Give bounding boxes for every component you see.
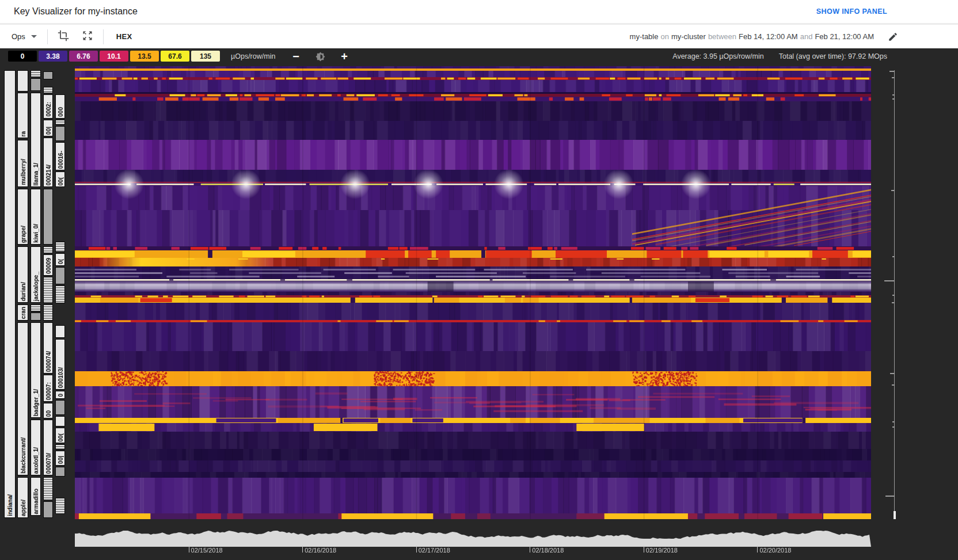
key-prefix-label: llama_1/ (33, 163, 39, 185)
key-prefix-000070[interactable]: 000070/ (43, 420, 53, 475)
color-scale-stop: 3.38 (39, 51, 67, 62)
dropdown-caret-icon (31, 35, 37, 38)
title-bar: Key Visualizer for my-instance SHOW INFO… (0, 0, 958, 23)
key-prefix-00016[interactable]: 00016- (55, 142, 65, 170)
key-prefix-00[interactable]: 00| (43, 120, 53, 136)
key-range-segment[interactable] (55, 498, 65, 514)
auto-contrast-icon (315, 51, 326, 62)
key-prefix-00[interactable]: 00( (55, 428, 65, 443)
key-prefix-axolotl_1[interactable]: axolotl_1/ (31, 420, 41, 475)
key-prefix-label: ra (20, 131, 26, 136)
key-prefix-label: durian/ (20, 282, 26, 301)
key-prefix-grape[interactable]: grape/ (17, 189, 28, 245)
key-prefix-blackcurrant[interactable]: blackcurrant/ (17, 322, 28, 475)
key-prefix-00007[interactable]: 00007: (43, 375, 53, 402)
key-prefix-label: 000070/ (45, 453, 51, 474)
fullscreen-button[interactable] (79, 28, 96, 45)
metric-dropdown[interactable]: Ops (8, 30, 40, 43)
key-prefix-armadillo[interactable]: armadillo (31, 477, 41, 516)
key-prefix-label: indiana/ (7, 494, 13, 516)
key-range-segment[interactable] (31, 78, 41, 91)
key-range-segment[interactable] (55, 285, 65, 303)
key-range-segment[interactable] (31, 70, 41, 77)
key-prefix-000214[interactable]: 000214/ (43, 138, 53, 187)
key-prefix-kiwi_0[interactable]: kiwi_0/ (31, 189, 41, 245)
show-info-panel-link[interactable]: SHOW INFO PANEL (816, 0, 887, 23)
key-range-segment[interactable] (31, 304, 41, 311)
auto-contrast-button[interactable] (312, 48, 328, 64)
row-scrollbar-tick (885, 496, 894, 497)
fullscreen-icon (82, 30, 93, 44)
key-range-segment[interactable] (43, 189, 53, 245)
color-scale-stop: 0 (8, 51, 37, 62)
timeline-overview-scrubber[interactable] (75, 528, 871, 547)
key-range-segment[interactable] (43, 277, 53, 303)
key-range-segment[interactable] (55, 267, 65, 284)
range-on: on (658, 32, 671, 41)
key-range-segment[interactable] (43, 71, 53, 79)
color-scale: 03.386.7610.113.567.6135 (8, 51, 220, 62)
row-scrollbar[interactable] (894, 70, 895, 519)
key-prefix-000074[interactable]: 000074/ (43, 322, 53, 374)
key-prefix-apple[interactable]: apple/ (17, 477, 28, 518)
key-range-segment[interactable] (55, 126, 65, 141)
key-range-segment[interactable] (43, 477, 53, 500)
key-prefix-0002[interactable]: 0002: (43, 94, 53, 119)
key-prefix-000[interactable]: 000 (55, 94, 65, 119)
key-prefix-label: 00016- (57, 151, 63, 169)
edit-pencil-icon (888, 32, 898, 42)
key-prefix-00[interactable]: 00( (55, 172, 65, 187)
zoom-in-button[interactable]: + (336, 48, 352, 64)
key-range-segment[interactable] (55, 120, 65, 125)
stats-readout: Average: 3.95 µOps/row/min Total (avg ov… (672, 48, 887, 64)
key-prefix-label: 000214/ (45, 165, 51, 185)
key-prefix-0[interactable]: 0( (55, 253, 65, 266)
key-range-segment[interactable] (43, 304, 53, 321)
key-prefix-cran[interactable]: cran (17, 304, 28, 321)
key-prefix-ra[interactable]: ra (17, 93, 28, 138)
key-prefix-label: 0 (57, 394, 63, 397)
key-range-segment[interactable] (55, 444, 65, 449)
key-range-segment[interactable] (55, 416, 65, 426)
key-prefix-indiana[interactable]: indiana/ (4, 70, 16, 518)
key-prefix-00[interactable]: 00 (43, 403, 53, 418)
color-scale-stop: 135 (191, 51, 220, 62)
key-prefix-jackalope_[interactable]: jackalope_ (31, 246, 41, 303)
key-prefix-durian[interactable]: durian/ (17, 246, 28, 303)
key-prefix-label: armadillo (33, 489, 39, 514)
key-range-segment[interactable] (43, 501, 53, 518)
key-prefix-0[interactable]: 0 (55, 391, 65, 399)
key-range-segment[interactable] (43, 87, 53, 93)
key-prefix-label: 00009 (45, 258, 51, 274)
key-range-segment[interactable] (55, 325, 65, 338)
key-range-segment[interactable] (31, 313, 41, 321)
key-range-segment[interactable] (55, 400, 65, 415)
row-scrollbar-tick (889, 71, 894, 72)
key-range-segment[interactable] (55, 467, 65, 477)
hex-toggle-button[interactable]: HEX (111, 29, 138, 44)
toolbar-left-group: Ops HEX (8, 25, 138, 48)
key-prefix-00009[interactable]: 00009 (43, 254, 53, 276)
key-prefix-00[interactable]: 00| (55, 451, 65, 466)
key-prefix-label: 000 (57, 107, 63, 117)
key-prefix-badger_1[interactable]: badger_1/ (31, 322, 41, 418)
key-range-segment[interactable] (55, 242, 65, 252)
key-prefix-label: 00( (57, 433, 63, 441)
key-prefix-llama_1[interactable]: llama_1/ (31, 93, 41, 187)
color-scale-stop: 67.6 (161, 51, 189, 62)
key-prefix-000103[interactable]: 000103/ (55, 339, 65, 390)
date-label: 02/17/2018 (419, 547, 450, 554)
color-scale-stop: 13.5 (130, 51, 159, 62)
date-label: 02/19/2018 (646, 547, 678, 554)
key-range-segment[interactable] (43, 246, 53, 253)
row-scrollbar-handle[interactable] (894, 511, 896, 519)
key-prefix-label: 00007: (45, 382, 51, 400)
key-range-segment[interactable] (17, 70, 28, 92)
key-prefix-mulberry[interactable]: mulberry/ (17, 140, 28, 187)
scan-range-summary: my-table on my-cluster between Feb 14, 1… (630, 25, 898, 48)
key-prefix-label: mulberry/ (20, 159, 26, 185)
zoom-out-button[interactable]: − (288, 48, 304, 64)
keyspace-heatmap[interactable] (75, 66, 871, 519)
edit-range-button[interactable] (888, 32, 898, 42)
crop-button[interactable] (55, 28, 72, 45)
